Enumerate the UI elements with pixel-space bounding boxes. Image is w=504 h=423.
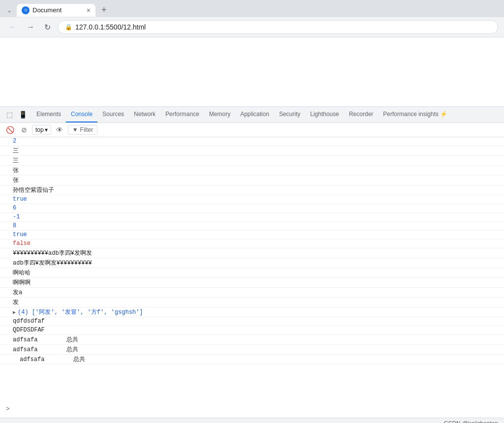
console-output: 2 三 三 张 张 孙悟空紫霞仙子 true 6 -1 8 true false… (0, 137, 504, 418)
tab-close-btn[interactable]: × (87, 7, 91, 14)
tab-console[interactable]: Console (66, 107, 97, 122)
tab-title: Document (32, 6, 84, 14)
console-col1: adfsafa (13, 346, 52, 353)
tab-recorder[interactable]: Recorder (344, 107, 378, 122)
lock-icon: 🔒 (65, 24, 72, 30)
expand-arrow-icon: ▶ (13, 309, 16, 315)
forward-btn[interactable]: → (24, 22, 37, 32)
filter-label: Filter (80, 126, 94, 133)
console-line: true (0, 195, 504, 204)
devtools-icon-group: ⬚ 📱 (2, 108, 32, 121)
console-line: 孙悟空紫霞仙子 (0, 185, 504, 195)
console-line: 2 (0, 137, 504, 146)
console-toolbar: 🚫 ⊘ top ▾ 👁 ▼ Filter (0, 123, 504, 137)
browser-chrome: ⌄ ⊙ Document × + ← → ↻ 🔒 127.0.0.1:5500/… (0, 0, 504, 37)
console-line: adfsafa 总共 (0, 335, 504, 345)
console-prompt: > (6, 405, 10, 412)
console-col2: 总共 (52, 335, 78, 344)
console-line: -1 (0, 213, 504, 222)
console-line: false (0, 240, 504, 248)
page-content (0, 37, 504, 106)
active-tab[interactable]: ⊙ Document × (17, 4, 95, 17)
back-btn[interactable]: ← (6, 22, 20, 32)
console-line: adfsafa 总共 (0, 345, 504, 355)
tab-lighthouse[interactable]: Lighthouse (305, 107, 344, 122)
tab-bar: ⌄ ⊙ Document × + (0, 0, 504, 17)
console-no-icon[interactable]: ⊘ (19, 125, 29, 135)
console-col2: 总共 (59, 355, 85, 363)
tab-performance-insights[interactable]: Performance insights ⚡ (378, 107, 452, 122)
console-clear-btn[interactable]: 🚫 (4, 125, 16, 135)
devtools-panel: ⬚ 📱 Elements Console Sources Network Per… (0, 106, 504, 423)
console-line-array[interactable]: ▶ (4) ['阿发', '发冒', '方f', 'gsghsh'] (0, 307, 504, 317)
console-line: QDFDSDFAF (0, 326, 504, 335)
context-dropdown-icon: ▾ (45, 126, 48, 133)
console-context-selector[interactable]: top ▾ (32, 125, 51, 135)
console-col2: 总共 (52, 345, 78, 354)
filter-icon: ▼ (72, 126, 78, 133)
console-col1: adfsafa (20, 356, 59, 363)
console-line: 发 (0, 298, 504, 307)
url-bar[interactable]: 🔒 127.0.0.1:5500/12.html (58, 20, 498, 34)
tab-favicon: ⊙ (22, 6, 30, 14)
refresh-btn[interactable]: ↻ (41, 22, 54, 33)
devtools-tabs: Elements Console Sources Network Perform… (32, 107, 502, 122)
console-line: 三 (0, 156, 504, 166)
console-line: 张 (0, 176, 504, 185)
tab-memory[interactable]: Memory (204, 107, 235, 122)
devtools-toolbar: ⬚ 📱 Elements Console Sources Network Per… (0, 107, 504, 123)
console-line: 啊啊啊 (0, 278, 504, 288)
console-line: adb李四¥发啊发¥¥¥¥¥¥¥¥¥¥ (0, 258, 504, 268)
console-line: ¥¥¥¥¥¥¥¥¥¥adb李四¥发啊发 (0, 248, 504, 258)
tab-security[interactable]: Security (274, 107, 305, 122)
console-line: 啊哈哈 (0, 268, 504, 278)
console-line: 三 (0, 146, 504, 156)
tab-performance[interactable]: Performance (160, 107, 204, 122)
console-eye-btn[interactable]: 👁 (54, 125, 65, 135)
console-col1: adfsafa (13, 336, 52, 343)
console-line: adfsafa 总共 (0, 355, 504, 364)
bottom-credit: CSDN @kejizhentan (444, 420, 498, 423)
array-content: (4) ['阿发', '发冒', '方f', 'gsghsh'] (18, 308, 143, 316)
tab-dropdown-btn[interactable]: ⌄ (4, 5, 15, 16)
inspect-element-btn[interactable]: ⬚ (4, 108, 15, 121)
bottom-bar: > CSDN @kejizhentan (0, 418, 504, 423)
device-toolbar-btn[interactable]: 📱 (16, 108, 30, 121)
context-label: top (35, 126, 44, 133)
tab-elements[interactable]: Elements (32, 107, 66, 122)
console-line: 发a (0, 288, 504, 298)
console-line: 8 (0, 222, 504, 231)
console-line: qdfdsdfaf (0, 317, 504, 326)
console-line: 张 (0, 166, 504, 176)
new-tab-btn[interactable]: + (97, 3, 111, 17)
tab-application[interactable]: Application (235, 107, 274, 122)
console-filter[interactable]: ▼ Filter (68, 125, 98, 135)
address-bar: ← → ↻ 🔒 127.0.0.1:5500/12.html (0, 17, 504, 37)
console-line: 6 (0, 204, 504, 213)
console-line: true (0, 231, 504, 240)
url-text: 127.0.0.1:5500/12.html (75, 23, 146, 31)
tab-sources[interactable]: Sources (97, 107, 129, 122)
tab-network[interactable]: Network (129, 107, 160, 122)
